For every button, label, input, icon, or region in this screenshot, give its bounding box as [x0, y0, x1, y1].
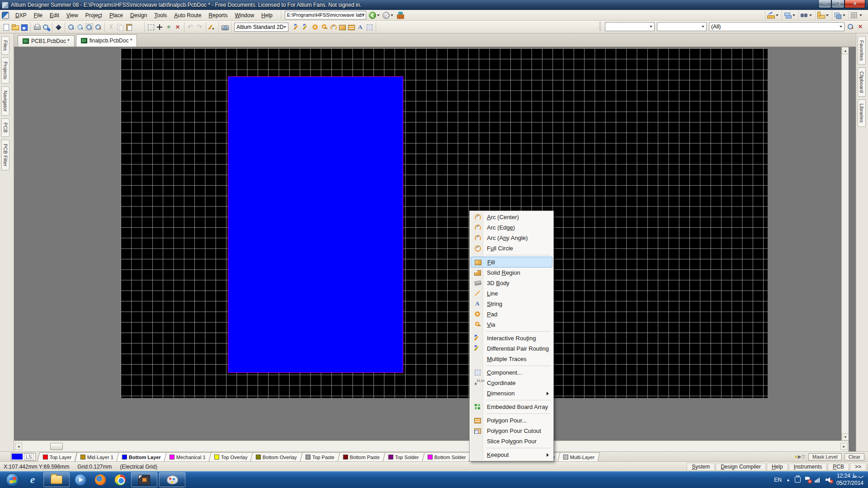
menu-tools[interactable]: Tools — [151, 11, 170, 20]
menu-item-3d-body[interactable]: 3D Body — [471, 278, 552, 288]
back-button[interactable] — [369, 12, 376, 19]
panel-tab-files[interactable]: Files — [1, 36, 9, 55]
menu-item-arc-edge[interactable]: Arc (Edge) — [471, 222, 552, 233]
paste-icon[interactable] — [125, 23, 133, 31]
taskbar-firefox[interactable] — [91, 472, 109, 487]
menu-help[interactable]: Help — [258, 11, 276, 20]
back-dropdown-icon[interactable] — [377, 14, 380, 16]
grid3-tool[interactable] — [849, 11, 863, 20]
new-icon[interactable] — [2, 23, 10, 31]
document-tab-pcb1-pcbdoc[interactable]: PCB1.PcbDoc * — [18, 35, 75, 47]
zoom-filter-icon[interactable] — [94, 23, 102, 31]
menu-item-interactive-routing[interactable]: Interactive Routing — [471, 333, 552, 343]
panel-button-help[interactable]: Help — [767, 463, 788, 471]
menu-item-multiple-traces[interactable]: Multiple Traces — [471, 354, 552, 364]
toolbar-grip[interactable] — [599, 22, 601, 31]
taskbar-start-orb[interactable] — [4, 472, 22, 487]
menu-item-fill[interactable]: Fill — [471, 257, 552, 267]
taskbar-chrome[interactable] — [111, 472, 129, 487]
print-icon[interactable] — [33, 23, 41, 31]
layer-tab-top-overlay[interactable]: Top Overlay — [208, 452, 253, 461]
forward-dropdown-icon[interactable] — [391, 14, 393, 16]
clear-button[interactable]: Clear — [844, 453, 864, 460]
sketch-tool[interactable] — [765, 11, 780, 20]
panel-tab-pcb[interactable]: PCB — [1, 118, 9, 137]
home-icon[interactable] — [397, 12, 404, 19]
clear-x-icon[interactable] — [174, 23, 182, 31]
mask-level-button[interactable]: Mask Level — [808, 453, 842, 460]
measure-tool[interactable] — [815, 11, 830, 20]
menu-item-polygon-pour-cutout[interactable]: Polygon Pour Cutout — [471, 426, 552, 436]
menu-dxp[interactable]: DXP — [12, 11, 30, 20]
menu-item-string[interactable]: String — [471, 299, 552, 309]
menu-item-keepout[interactable]: Keepout — [471, 450, 552, 460]
apply-filter-icon[interactable] — [847, 23, 854, 30]
taskbar-internet-explorer[interactable]: e — [24, 472, 42, 487]
scroll-right-icon[interactable]: ► — [840, 443, 848, 450]
forward-button[interactable] — [382, 12, 390, 19]
horizontal-scrollbar[interactable]: ◄ ► — [14, 441, 849, 451]
address-input[interactable]: E:\Programs\HFSS\microwave lab\ — [285, 11, 366, 19]
panel-tab-favorites[interactable]: Favorites — [858, 36, 866, 65]
scroll-down-icon[interactable]: ▼ — [842, 433, 849, 441]
taskbar-media-player[interactable] — [71, 472, 90, 487]
filter-combo-2[interactable] — [657, 22, 707, 31]
panel-tab-libraries[interactable]: Libraries — [858, 99, 866, 127]
layer-tab-bottom-layer[interactable]: Bottom Layer — [116, 452, 166, 461]
menu-item-coordinate[interactable]: Coordinate — [471, 378, 552, 388]
zoom-area-icon[interactable] — [76, 23, 84, 31]
menu-reports[interactable]: Reports — [205, 11, 231, 20]
pcb-canvas[interactable]: ▲ ▼ ◄ ► — [14, 47, 849, 451]
grid3-tool-dropdown-icon[interactable] — [859, 14, 862, 16]
close-button[interactable]: ✕ — [844, 0, 865, 8]
menu-window[interactable]: Window — [231, 11, 258, 20]
panel-button-instruments[interactable]: Instruments — [789, 463, 827, 471]
layer-set-selector[interactable]: LS — [11, 453, 36, 461]
measure-tool-dropdown-icon[interactable] — [826, 14, 829, 16]
menu-item-component[interactable]: Component... — [471, 367, 552, 378]
menu-auto-route[interactable]: Auto Route — [170, 11, 205, 20]
component-icon[interactable] — [366, 23, 373, 31]
polygon-pour-icon[interactable] — [348, 23, 355, 31]
menu-file[interactable]: File — [30, 11, 46, 20]
menu-project[interactable]: Project — [82, 11, 106, 20]
diff-routing-icon[interactable] — [302, 23, 310, 31]
scroll-up-icon[interactable]: ▲ — [842, 47, 849, 54]
cross-probe-icon[interactable] — [165, 23, 173, 31]
find-tool[interactable] — [798, 11, 813, 20]
camera-icon[interactable] — [221, 23, 229, 31]
layer-tab-bottom-paste[interactable]: Bottom Paste — [338, 452, 386, 461]
power-icon[interactable] — [795, 477, 801, 483]
taskbar-altium-designer[interactable] — [131, 472, 157, 487]
menu-item-line[interactable]: Line — [471, 288, 552, 299]
taskbar-paint[interactable] — [159, 472, 185, 487]
minimize-button[interactable]: — — [818, 0, 831, 8]
menu-design[interactable]: Design — [127, 11, 151, 20]
pcb-board[interactable] — [121, 48, 768, 398]
taskbar-windows-explorer[interactable] — [43, 472, 70, 487]
panel-tab-navigator[interactable]: Navigator — [1, 86, 9, 116]
menu-edit[interactable]: Edit — [46, 11, 63, 20]
pad-icon[interactable] — [311, 23, 319, 31]
menu-item-differential-pair-routing[interactable]: Differential Pair Routing — [471, 343, 552, 354]
align-tool-dropdown-icon[interactable] — [793, 14, 795, 16]
panel-more-button[interactable]: >> — [850, 463, 866, 471]
preview-icon[interactable] — [42, 23, 50, 31]
save-icon[interactable] — [20, 23, 28, 31]
layers-tool-dropdown-icon[interactable] — [843, 14, 845, 16]
select-icon[interactable] — [147, 23, 155, 31]
vertical-scrollbar[interactable]: ▲ ▼ — [841, 47, 849, 441]
volume-muted-icon[interactable]: ✕ — [826, 477, 832, 483]
panel-tab-clipboard[interactable]: Clipboard — [858, 67, 866, 97]
panel-tab-pcb-filter[interactable]: PCB Filter — [1, 140, 9, 170]
layers-tool[interactable] — [832, 11, 847, 20]
layer-color-filter-icon[interactable]: ●▶▽ — [795, 454, 806, 459]
zoom-doc-icon[interactable] — [67, 23, 75, 31]
filter-combo-1[interactable] — [605, 22, 655, 31]
layer-tab-top-paste[interactable]: Top Paste — [300, 452, 340, 461]
panel-button-system[interactable]: System — [687, 463, 715, 471]
layer-tab-top-layer[interactable]: Top Layer — [38, 452, 77, 461]
menu-item-slice-polygon-pour[interactable]: Slice Polygon Pour — [471, 436, 552, 446]
maximize-button[interactable]: ❐ — [831, 0, 844, 8]
sketch-tool-dropdown-icon[interactable] — [776, 14, 778, 16]
